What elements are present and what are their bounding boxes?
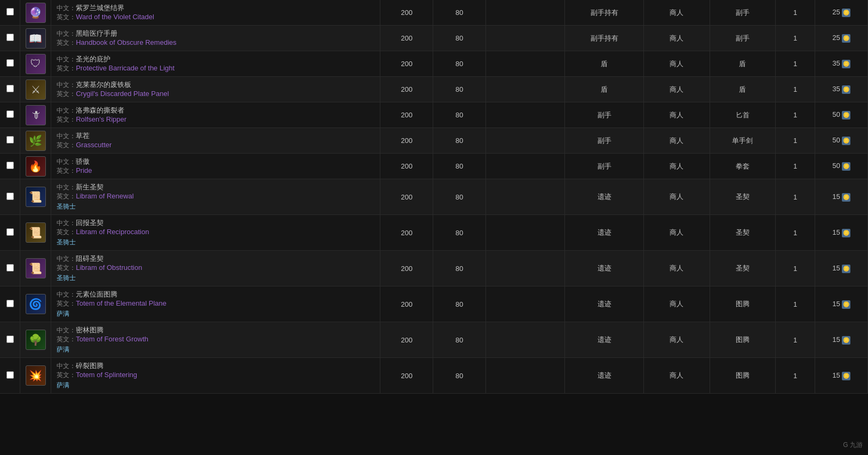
item-info-cell: 中文：克莱基尔的废铁板英文：Crygil's Discarded Plate P…: [51, 77, 380, 102]
item-en-name: 英文：Totem of Forest Growth: [57, 335, 375, 344]
checkbox-cell: [0, 26, 20, 51]
col-price: 25🪙: [815, 26, 868, 51]
col-req-level: 80: [433, 154, 486, 179]
col-count: 1: [776, 358, 815, 394]
item-icon: 🛡: [26, 54, 46, 74]
col-req-level: 80: [433, 179, 486, 215]
item-icon-cell: 📜: [20, 251, 51, 286]
col-empty: [485, 286, 564, 322]
item-en-name: 英文：Pride: [57, 166, 375, 175]
col-level: 200: [380, 358, 433, 394]
item-icon-cell: 🗡: [20, 102, 51, 128]
item-cn-name: 中文：新生圣契: [57, 182, 375, 192]
col-source: 商人: [644, 0, 710, 26]
col-type: 图腾: [710, 358, 775, 394]
item-info-cell: 中文：阻碍圣契英文：Libram of Obstruction圣骑士: [51, 251, 380, 286]
row-checkbox[interactable]: [6, 371, 14, 379]
col-empty: [485, 179, 564, 215]
item-icon-cell: 🌳: [20, 322, 51, 358]
item-icon: 💥: [26, 365, 46, 386]
item-cn-name: 中文：骄傲: [57, 157, 375, 166]
col-empty: [485, 77, 564, 102]
col-level: 200: [380, 51, 433, 77]
item-info-cell: 中文：新生圣契英文：Libram of Renewal圣骑士: [51, 179, 380, 215]
col-count: 1: [776, 322, 815, 358]
item-cn-name: 中文：碎裂图腾: [57, 361, 375, 371]
checkbox-cell: [0, 51, 20, 77]
item-class: 圣骑士: [57, 202, 375, 211]
col-source: 商人: [644, 51, 710, 77]
col-slot: 副手: [565, 128, 644, 154]
item-class: 萨满: [57, 381, 375, 390]
col-type: 单手剑: [710, 128, 775, 154]
checkbox-cell: [0, 358, 20, 394]
col-level: 200: [380, 286, 433, 322]
main-table-container: 🔮中文：紫罗兰城堡结界英文：Ward of the Violet Citadel…: [0, 0, 868, 455]
col-req-level: 80: [433, 251, 486, 286]
col-source: 商人: [644, 251, 710, 286]
row-checkbox[interactable]: [6, 59, 14, 67]
col-price: 25🪙: [815, 0, 868, 26]
col-count: 1: [776, 179, 815, 215]
item-en-name: 英文：Protective Barricade of the Light: [57, 64, 375, 73]
item-icon-cell: 📜: [20, 179, 51, 215]
col-source: 商人: [644, 179, 710, 215]
col-level: 200: [380, 251, 433, 286]
col-source: 商人: [644, 358, 710, 394]
item-icon: 📖: [26, 28, 46, 49]
col-count: 1: [776, 26, 815, 51]
col-slot: 副手持有: [565, 0, 644, 26]
checkbox-cell: [0, 322, 20, 358]
item-icon: ⚔: [26, 79, 46, 100]
col-empty: [485, 215, 564, 251]
item-en-name: 英文：Grasscutter: [57, 141, 375, 150]
item-icon-cell: 🔮: [20, 0, 51, 26]
item-icon: 🗡: [26, 105, 46, 125]
col-slot: 副手: [565, 154, 644, 179]
item-cn-name: 中文：洛弗森的撕裂者: [57, 106, 375, 115]
col-empty: [485, 0, 564, 26]
item-en-name: 英文：Crygil's Discarded Plate Panel: [57, 90, 375, 99]
row-checkbox[interactable]: [6, 162, 14, 169]
row-checkbox[interactable]: [6, 34, 14, 41]
col-level: 200: [380, 0, 433, 26]
col-empty: [485, 26, 564, 51]
col-req-level: 80: [433, 26, 486, 51]
col-slot: 盾: [565, 51, 644, 77]
row-checkbox[interactable]: [6, 136, 14, 143]
col-slot: 遗迹: [565, 358, 644, 394]
item-en-name: 英文：Handbook of Obscure Remedies: [57, 38, 375, 47]
col-type: 图腾: [710, 286, 775, 322]
col-req-level: 80: [433, 215, 486, 251]
row-checkbox[interactable]: [6, 300, 14, 307]
col-price: 50🪙: [815, 154, 868, 179]
item-info-cell: 中文：圣光的庇护英文：Protective Barricade of the L…: [51, 51, 380, 77]
col-type: 副手: [710, 26, 775, 51]
row-checkbox[interactable]: [6, 264, 14, 272]
col-slot: 遗迹: [565, 215, 644, 251]
item-en-name: 英文：Totem of the Elemental Plane: [57, 299, 375, 308]
row-checkbox[interactable]: [6, 336, 14, 343]
col-req-level: 80: [433, 0, 486, 26]
checkbox-cell: [0, 77, 20, 102]
col-slot: 盾: [565, 77, 644, 102]
item-info-cell: 中文：回报圣契英文：Libram of Reciprocation圣骑士: [51, 215, 380, 251]
col-source: 商人: [644, 26, 710, 51]
col-count: 1: [776, 128, 815, 154]
col-count: 1: [776, 102, 815, 128]
row-checkbox[interactable]: [6, 193, 14, 200]
row-checkbox[interactable]: [6, 228, 14, 236]
row-checkbox[interactable]: [6, 85, 14, 92]
row-checkbox[interactable]: [6, 110, 14, 118]
item-class: 萨满: [57, 309, 375, 318]
row-checkbox[interactable]: [6, 8, 14, 15]
col-price: 50🪙: [815, 128, 868, 154]
col-price: 35🪙: [815, 51, 868, 77]
col-source: 商人: [644, 322, 710, 358]
col-level: 200: [380, 179, 433, 215]
col-source: 商人: [644, 102, 710, 128]
col-req-level: 80: [433, 77, 486, 102]
col-type: 盾: [710, 77, 775, 102]
col-price: 50🪙: [815, 102, 868, 128]
col-source: 商人: [644, 77, 710, 102]
